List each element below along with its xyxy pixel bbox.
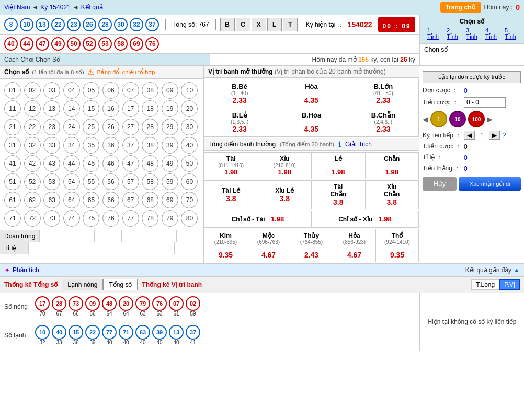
- num-ball-45[interactable]: 45: [83, 155, 99, 172]
- tab-2tinh[interactable]: 2 Tỉnh: [443, 26, 462, 41]
- num-ball-10[interactable]: 10: [181, 82, 198, 99]
- ball-50[interactable]: 50: [67, 37, 81, 51]
- bet-tai-chan[interactable]: TàiChẵn 3.8: [312, 181, 366, 209]
- num-ball-58[interactable]: 58: [142, 173, 158, 190]
- num-ball-79[interactable]: 79: [162, 210, 178, 227]
- chip-100[interactable]: 100: [468, 111, 485, 127]
- num-ball-52[interactable]: 52: [24, 173, 41, 190]
- hot-ball-num-17[interactable]: 17: [35, 296, 50, 311]
- ball-22[interactable]: 22: [51, 18, 65, 31]
- bet-bhoa[interactable]: B.Hòa 4.35: [275, 108, 348, 137]
- cold-ball-num-39[interactable]: 39: [152, 325, 167, 340]
- lap-lai-button[interactable]: Lặp lại đơn cược kỳ trước: [423, 71, 521, 83]
- bet-hoa[interactable]: Hòa 4.35: [275, 79, 348, 108]
- num-ball-35[interactable]: 35: [83, 137, 99, 154]
- chip-next-button[interactable]: ▶: [487, 115, 493, 123]
- huy-button[interactable]: Hủy: [423, 177, 457, 191]
- num-ball-06[interactable]: 06: [102, 82, 119, 99]
- bet-le[interactable]: Lẻ 1.98: [312, 153, 366, 179]
- cold-ball-num-13[interactable]: 13: [169, 325, 184, 340]
- num-ball-14[interactable]: 14: [63, 100, 80, 117]
- hot-ball-num-76[interactable]: 76: [152, 296, 167, 311]
- bet-ble[interactable]: B.Lẻ (1,3,5..) 2.33: [204, 108, 275, 137]
- cold-ball-num-37[interactable]: 37: [186, 325, 200, 340]
- num-ball-78[interactable]: 78: [142, 210, 158, 227]
- num-ball-15[interactable]: 15: [83, 100, 99, 117]
- cold-ball-num-71[interactable]: 71: [119, 325, 133, 340]
- num-ball-13[interactable]: 13: [43, 100, 60, 117]
- ball-47[interactable]: 47: [36, 37, 49, 51]
- num-ball-57[interactable]: 57: [122, 173, 139, 190]
- num-ball-20[interactable]: 20: [181, 100, 198, 117]
- cold-ball-num-40[interactable]: 40: [52, 325, 66, 340]
- btn-l[interactable]: L: [267, 18, 282, 31]
- bet-moc-odds-cell[interactable]: 4.67: [247, 248, 290, 262]
- num-ball-67[interactable]: 67: [122, 192, 139, 208]
- hot-ball-num-79[interactable]: 79: [135, 296, 150, 311]
- num-ball-59[interactable]: 59: [162, 173, 178, 190]
- num-ball-77[interactable]: 77: [122, 210, 139, 227]
- ky-link[interactable]: Kỳ 154021: [40, 4, 70, 11]
- num-ball-56[interactable]: 56: [102, 173, 119, 190]
- num-ball-48[interactable]: 48: [142, 155, 158, 172]
- ball-23[interactable]: 23: [67, 18, 81, 31]
- num-ball-26[interactable]: 26: [102, 119, 119, 135]
- num-ball-32[interactable]: 32: [24, 137, 41, 154]
- num-ball-36[interactable]: 36: [102, 137, 119, 154]
- num-ball-76[interactable]: 76: [102, 210, 119, 227]
- cold-ball-num-77[interactable]: 77: [102, 325, 117, 340]
- ball-26[interactable]: 26: [83, 18, 96, 31]
- bet-hoa-element[interactable]: Hỏa (856-923): [333, 229, 376, 248]
- num-ball-69[interactable]: 69: [162, 192, 178, 208]
- bet-moc[interactable]: Mộc (696-763): [247, 229, 290, 248]
- num-ball-24[interactable]: 24: [63, 119, 80, 135]
- num-ball-70[interactable]: 70: [181, 192, 198, 208]
- bet-tho-odds-cell[interactable]: 9.35: [376, 248, 419, 262]
- btn-t[interactable]: T: [283, 18, 298, 31]
- ky-lien-tiep-next-button[interactable]: ▶: [489, 131, 500, 140]
- num-ball-65[interactable]: 65: [83, 192, 99, 208]
- num-ball-60[interactable]: 60: [181, 173, 198, 190]
- btn-b[interactable]: B: [220, 18, 235, 31]
- chip-1[interactable]: 1: [430, 111, 447, 127]
- bet-kim[interactable]: Kim (210-695): [204, 229, 247, 248]
- ball-40[interactable]: 40: [4, 37, 18, 51]
- giai-thich-link[interactable]: Giải thích: [345, 141, 372, 148]
- num-ball-72[interactable]: 72: [24, 210, 41, 227]
- num-ball-38[interactable]: 38: [142, 137, 158, 154]
- num-ball-43[interactable]: 43: [43, 155, 60, 172]
- tab-5tinh[interactable]: 5 Tỉnh: [502, 26, 520, 41]
- cold-ball-num-15[interactable]: 15: [69, 325, 83, 340]
- num-ball-46[interactable]: 46: [102, 155, 119, 172]
- ball-53[interactable]: 53: [98, 37, 112, 51]
- hot-ball-num-20[interactable]: 20: [119, 296, 133, 311]
- hot-ball-num-07[interactable]: 07: [169, 296, 184, 311]
- num-ball-53[interactable]: 53: [43, 173, 60, 190]
- num-ball-63[interactable]: 63: [43, 192, 60, 208]
- num-ball-71[interactable]: 71: [4, 210, 21, 227]
- hot-ball-num-48[interactable]: 48: [102, 296, 117, 311]
- bet-chan[interactable]: Chẵn 1.98: [365, 153, 419, 179]
- num-ball-18[interactable]: 18: [142, 100, 158, 117]
- ky-lien-tiep-prev-button[interactable]: ◀: [464, 131, 475, 140]
- bet-tai-le[interactable]: Tài Lẻ 3.8: [204, 181, 258, 209]
- num-ball-21[interactable]: 21: [4, 119, 21, 135]
- bet-kim-odds-cell[interactable]: 9.35: [204, 248, 247, 262]
- num-ball-05[interactable]: 05: [83, 82, 99, 99]
- num-ball-80[interactable]: 80: [181, 210, 198, 227]
- tab-lanh-nong[interactable]: Lạnh nóng: [62, 279, 103, 290]
- ball-69[interactable]: 69: [130, 37, 143, 51]
- chip-10[interactable]: 10: [449, 111, 466, 127]
- trang-chu-button[interactable]: Trang chủ: [440, 2, 481, 13]
- p-vi-button[interactable]: P.Vị: [499, 279, 520, 290]
- ball-30[interactable]: 30: [114, 18, 128, 31]
- tab-4tinh[interactable]: 4 Tỉnh: [482, 26, 500, 41]
- num-ball-29[interactable]: 29: [162, 119, 178, 135]
- tien-cuoc-input[interactable]: [464, 97, 506, 108]
- num-ball-28[interactable]: 28: [142, 119, 158, 135]
- num-ball-68[interactable]: 68: [142, 192, 158, 208]
- ball-52[interactable]: 52: [83, 37, 96, 51]
- num-ball-09[interactable]: 09: [162, 82, 178, 99]
- num-ball-34[interactable]: 34: [63, 137, 80, 154]
- hot-ball-num-73[interactable]: 73: [69, 296, 83, 311]
